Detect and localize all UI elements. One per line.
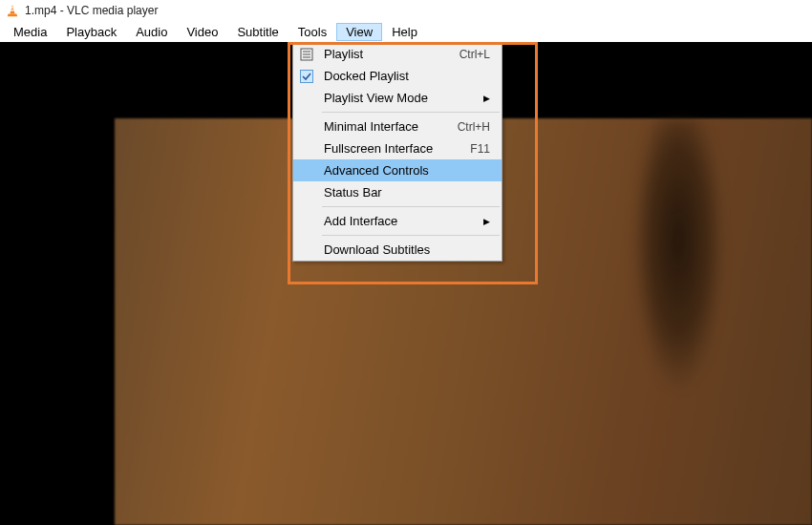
- menu-subtitle[interactable]: Subtitle: [227, 23, 288, 41]
- window-title: 1.mp4 - VLC media player: [25, 4, 158, 17]
- submenu-arrow-icon: ▶: [483, 217, 494, 226]
- menuitem-shortcut: Ctrl+L: [459, 48, 494, 61]
- menuitem-label: Download Subtitles: [320, 242, 494, 257]
- menuitem-label: Add Interface: [320, 214, 483, 228]
- menuitem-advanced-controls[interactable]: Advanced Controls: [293, 159, 502, 181]
- menuitem-shortcut: Ctrl+H: [458, 120, 494, 134]
- menu-playback[interactable]: Playback: [56, 23, 126, 41]
- menu-separator: [322, 206, 500, 207]
- menuitem-playlist[interactable]: Playlist Ctrl+L: [293, 43, 502, 65]
- menuitem-label: Fullscreen Interface: [320, 141, 470, 156]
- checked-icon: [293, 70, 320, 83]
- menuitem-label: Playlist View Mode: [320, 91, 483, 105]
- menu-bar: Media Playback Audio Video Subtitle Tool…: [0, 21, 812, 42]
- menuitem-label: Status Bar: [320, 185, 494, 200]
- menu-media[interactable]: Media: [4, 23, 56, 41]
- menu-help[interactable]: Help: [382, 23, 427, 41]
- video-content-shadow: [630, 118, 726, 525]
- menu-separator: [322, 112, 500, 113]
- menu-video[interactable]: Video: [177, 23, 227, 41]
- submenu-arrow-icon: ▶: [483, 94, 494, 103]
- menu-tools[interactable]: Tools: [288, 23, 336, 41]
- menu-audio[interactable]: Audio: [126, 23, 177, 41]
- menuitem-docked-playlist[interactable]: Docked Playlist: [293, 65, 502, 87]
- menuitem-label: Docked Playlist: [320, 69, 494, 83]
- menu-separator: [322, 235, 500, 236]
- vlc-icon: [6, 4, 19, 17]
- view-dropdown: Playlist Ctrl+L Docked Playlist Playlist…: [292, 42, 502, 262]
- menuitem-label: Minimal Interface: [320, 119, 458, 134]
- menuitem-playlist-view-mode[interactable]: Playlist View Mode ▶: [293, 87, 502, 109]
- title-bar: 1.mp4 - VLC media player: [0, 0, 812, 21]
- menuitem-add-interface[interactable]: Add Interface ▶: [293, 210, 502, 232]
- menuitem-status-bar[interactable]: Status Bar: [293, 181, 502, 203]
- menuitem-shortcut: F11: [470, 142, 494, 156]
- menu-view[interactable]: View: [336, 23, 382, 41]
- playlist-icon: [293, 48, 320, 61]
- menuitem-download-subtitles[interactable]: Download Subtitles: [293, 239, 502, 261]
- menuitem-label: Playlist: [320, 47, 459, 61]
- svg-rect-0: [11, 8, 14, 9]
- menuitem-label: Advanced Controls: [320, 163, 494, 178]
- menuitem-minimal-interface[interactable]: Minimal Interface Ctrl+H: [293, 116, 502, 137]
- svg-rect-1: [10, 10, 14, 10]
- menuitem-fullscreen-interface[interactable]: Fullscreen Interface F11: [293, 137, 502, 159]
